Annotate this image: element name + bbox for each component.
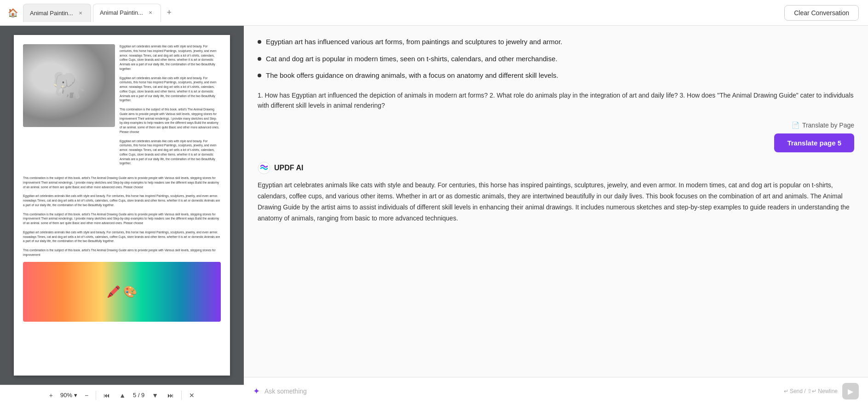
pdf-content[interactable]: Egyptian art celebrates animals like cat… xyxy=(0,26,244,385)
pencils-image xyxy=(23,262,221,322)
divider-1 xyxy=(96,391,96,400)
next-page-button[interactable]: ▼ xyxy=(150,390,160,401)
pdf-top-section: Egyptian art celebrates animals like cat… xyxy=(23,44,221,170)
pdf-panel: Egyptian art celebrates animals like cat… xyxy=(0,26,244,405)
pdf-para-top: Egyptian art celebrates animals like cat… xyxy=(120,44,221,71)
tab-2[interactable]: Animal Paintin... ✕ xyxy=(93,4,161,22)
bullet-section: Egyptian art has influenced various art … xyxy=(258,37,854,81)
ai-panel: Egyptian art has influenced various art … xyxy=(244,26,868,405)
bullet-dot-2 xyxy=(258,57,261,61)
zoom-value: 90% xyxy=(60,392,72,399)
pdf-para-mid4: Egyptian art celebrates animals like cat… xyxy=(23,230,221,243)
page-info: 5 / 9 xyxy=(133,392,144,399)
top-bar: 🏠 Animal Paintin... ✕ Animal Paintin... … xyxy=(0,0,868,26)
pdf-para-mid3: This combination is the subject of this … xyxy=(23,212,221,226)
tab-2-close[interactable]: ✕ xyxy=(147,9,154,17)
pdf-para-top3: This combination is the subject of this … xyxy=(120,107,221,134)
tab-1[interactable]: Animal Paintin... ✕ xyxy=(23,4,91,22)
translate-icon: 📄 xyxy=(792,122,799,129)
add-tab-button[interactable]: + xyxy=(163,6,176,19)
ai-response-section: UPDF AI Egyptian art celebrates animals … xyxy=(258,162,854,224)
translate-section: 📄 Translate by Page Translate page 5 xyxy=(258,122,854,152)
clear-conversation-button[interactable]: Clear Conversation xyxy=(784,5,859,21)
zoom-dropdown-icon[interactable]: ▾ xyxy=(74,392,77,399)
tab-1-close[interactable]: ✕ xyxy=(77,9,84,17)
tab-2-label: Animal Paintin... xyxy=(100,9,143,16)
send-icon: ▶ xyxy=(848,387,853,396)
translate-page-button[interactable]: Translate page 5 xyxy=(774,133,854,152)
pdf-para-top2: Egyptian art celebrates animals like cat… xyxy=(120,76,221,103)
main-layout: Egyptian art celebrates animals like cat… xyxy=(0,26,868,405)
tab-1-label: Animal Paintin... xyxy=(30,10,73,17)
bullet-dot-3 xyxy=(258,74,261,77)
prev-page-button[interactable]: ▲ xyxy=(117,390,127,401)
ai-response-body: Egyptian art celebrates animals like cat… xyxy=(258,180,854,224)
send-button[interactable]: ▶ xyxy=(842,383,859,399)
pdf-para-mid5: This combination is the subject of this … xyxy=(23,248,221,257)
ai-input-bar: ✦ ↵ Send / ⇧↵ Newline ▶ xyxy=(244,377,868,405)
ask-input[interactable] xyxy=(264,388,779,395)
elephant-image xyxy=(23,44,115,127)
zoom-in-button[interactable]: + xyxy=(47,390,55,401)
bullet-item-2: Cat and dog art is popular in modern tim… xyxy=(258,54,854,64)
pdf-page: Egyptian art celebrates animals like cat… xyxy=(14,35,230,376)
pdf-right-text: Egyptian art celebrates animals like cat… xyxy=(120,44,221,170)
pdf-toolbar: + 90% ▾ − ⏮ ▲ 5 / 9 ▼ ⏭ ✕ xyxy=(0,385,244,405)
home-button[interactable]: 🏠 xyxy=(5,5,21,21)
bullet-text-1: Egyptian art has influenced various art … xyxy=(266,37,562,47)
translate-label-text: Translate by Page xyxy=(802,122,854,129)
bullet-item-1: Egyptian art has influenced various art … xyxy=(258,37,854,47)
first-page-button[interactable]: ⏮ xyxy=(102,390,112,401)
zoom-group: 90% ▾ xyxy=(60,392,77,399)
bullet-text-3: The book offers guidance on drawing anim… xyxy=(266,70,558,81)
ai-response-title: UPDF AI xyxy=(274,164,303,172)
last-page-button[interactable]: ⏭ xyxy=(166,390,176,401)
close-pdf-button[interactable]: ✕ xyxy=(187,390,196,401)
questions-text: 1. How has Egyptian art influenced the d… xyxy=(258,90,854,111)
input-hints: ↵ Send / ⇧↵ Newline xyxy=(784,388,838,394)
bullet-item-3: The book offers guidance on drawing anim… xyxy=(258,70,854,81)
pdf-para-mid1: This combination is the subject of this … xyxy=(23,176,221,189)
bullet-dot-1 xyxy=(258,40,261,44)
pdf-para-top4: Egyptian art celebrates animals like cat… xyxy=(120,139,221,166)
updf-logo xyxy=(258,162,270,174)
translate-by-page-label[interactable]: 📄 Translate by Page xyxy=(792,122,854,129)
ai-response-header: UPDF AI xyxy=(258,162,854,174)
ai-content: Egyptian art has influenced various art … xyxy=(244,26,868,377)
divider-2 xyxy=(181,391,182,400)
pdf-para-mid2: Egyptian art celebrates animals like cat… xyxy=(23,194,221,207)
zoom-out-button[interactable]: − xyxy=(83,390,90,401)
sparkle-icon: ✦ xyxy=(253,386,260,396)
bullet-text-2: Cat and dog art is popular in modern tim… xyxy=(266,54,558,64)
